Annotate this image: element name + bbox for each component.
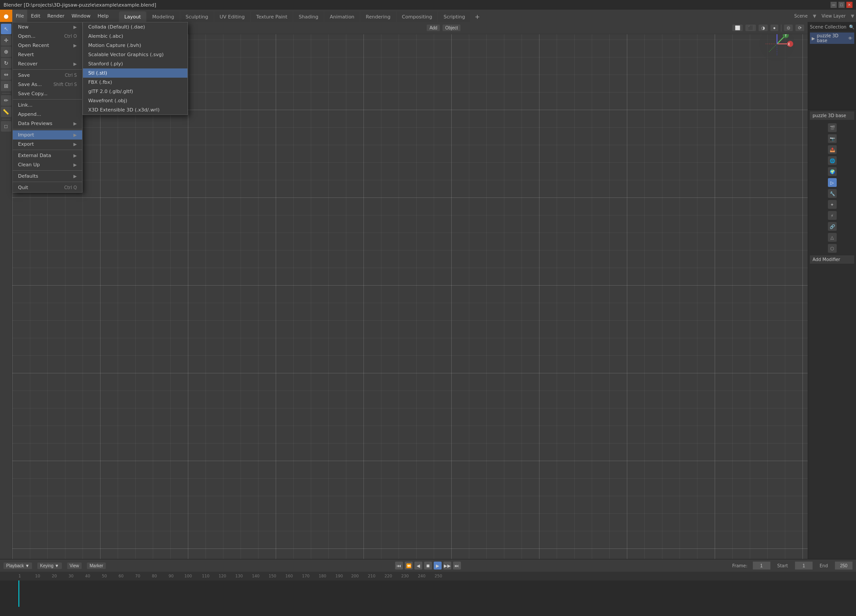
- tab-layout[interactable]: Layout: [119, 11, 146, 22]
- file-open-recent[interactable]: Open Recent ▶: [13, 41, 82, 50]
- prop-data[interactable]: △: [828, 233, 837, 242]
- file-revert[interactable]: Revert: [13, 50, 82, 59]
- import-collada[interactable]: Collada (Default) (.dae): [83, 22, 187, 32]
- menu-window[interactable]: Window: [68, 10, 94, 22]
- file-save[interactable]: Save Ctrl S: [13, 71, 82, 80]
- tab-compositing[interactable]: Compositing: [397, 11, 438, 22]
- prev-keyframe-button[interactable]: ⏪: [405, 562, 413, 569]
- playback-menu[interactable]: Playback ▼: [4, 562, 32, 569]
- file-open[interactable]: Open... Ctrl O: [13, 32, 82, 41]
- viewport-shading-rendered[interactable]: ●: [770, 25, 778, 31]
- select-tool[interactable]: ↖: [1, 24, 11, 34]
- end-frame-input[interactable]: [835, 562, 852, 569]
- outliner-visibility-icon[interactable]: 👁: [848, 36, 852, 41]
- file-cleanup-arrow: ▶: [73, 162, 77, 167]
- play-button[interactable]: ▶: [434, 562, 442, 569]
- tab-animation[interactable]: Animation: [324, 11, 360, 22]
- current-frame-input[interactable]: [753, 562, 770, 569]
- tab-rendering[interactable]: Rendering: [360, 11, 396, 22]
- import-fbx[interactable]: FBX (.fbx): [83, 78, 187, 87]
- measure-tool[interactable]: 📏: [1, 107, 11, 117]
- marker-menu[interactable]: Marker: [87, 562, 106, 569]
- stop-button[interactable]: ⏹: [424, 562, 432, 569]
- transform-tool[interactable]: ⊞: [1, 81, 11, 91]
- window-controls[interactable]: ─ □ ✕: [831, 2, 852, 8]
- import-gltf[interactable]: glTF 2.0 (.glb/.gltf): [83, 87, 187, 96]
- tab-modeling[interactable]: Modeling: [147, 11, 180, 22]
- prop-physics[interactable]: ⚡: [828, 211, 837, 220]
- viewport-shading-solid[interactable]: ⬛: [745, 25, 756, 31]
- file-save-copy[interactable]: Save Copy...: [13, 89, 82, 98]
- file-link[interactable]: Link...: [13, 100, 82, 110]
- tab-uv-editing[interactable]: UV Editing: [214, 11, 250, 22]
- tab-shading[interactable]: Shading: [294, 11, 324, 22]
- file-new[interactable]: New ▶: [13, 22, 82, 32]
- file-external-data[interactable]: External Data ▶: [13, 151, 82, 160]
- scale-tool[interactable]: ⇔: [1, 69, 11, 80]
- rotate-tool[interactable]: ↻: [1, 58, 11, 68]
- menu-help[interactable]: Help: [94, 10, 112, 22]
- tab-scripting[interactable]: Scripting: [438, 11, 470, 22]
- add-cube-tool[interactable]: □: [1, 121, 11, 132]
- frame-num-180: 180: [319, 574, 326, 578]
- import-alembic[interactable]: Alembic (.abc): [83, 32, 187, 41]
- prop-material[interactable]: ⬡: [828, 244, 837, 253]
- move-tool[interactable]: ⊕: [1, 47, 11, 57]
- close-button[interactable]: ✕: [846, 2, 852, 8]
- prop-object[interactable]: ▷: [828, 178, 837, 187]
- prop-output[interactable]: 📤: [828, 145, 837, 154]
- file-save-as[interactable]: Save As... Shift Ctrl S: [13, 80, 82, 89]
- prop-modifiers[interactable]: 🔧: [828, 189, 837, 198]
- import-x3d[interactable]: X3D Extensible 3D (.x3d/.wrl): [83, 105, 187, 115]
- cursor-tool[interactable]: ✛: [1, 35, 11, 46]
- menu-edit[interactable]: Edit: [27, 10, 43, 22]
- file-export[interactable]: Export ▶: [13, 140, 82, 149]
- file-quit-label: Quit: [18, 185, 28, 190]
- maximize-button[interactable]: □: [838, 2, 845, 8]
- keying-menu[interactable]: Keying ▼: [37, 562, 61, 569]
- tab-texture-paint[interactable]: Texture Paint: [251, 11, 293, 22]
- prop-constraints[interactable]: 🔗: [828, 222, 837, 231]
- file-open-recent-arrow: ▶: [73, 43, 77, 48]
- file-defaults[interactable]: Defaults ▶: [13, 172, 82, 181]
- import-stanford[interactable]: Stanford (.ply): [83, 59, 187, 68]
- import-stl[interactable]: Stl (.stl): [83, 68, 187, 78]
- start-frame-input[interactable]: [795, 562, 813, 569]
- overlay-btn[interactable]: ⊙: [784, 25, 793, 31]
- step-back-button[interactable]: ◀: [414, 562, 422, 569]
- prop-view-layer[interactable]: 🌐: [828, 156, 837, 165]
- file-append[interactable]: Append...: [13, 110, 82, 119]
- outliner-item-collection[interactable]: ▶ puzzle 3D base 👁: [810, 32, 854, 44]
- add-workspace-button[interactable]: +: [471, 11, 483, 22]
- file-recover[interactable]: Recover ▶: [13, 59, 82, 68]
- object-btn[interactable]: Object: [442, 25, 460, 31]
- gizmo-btn[interactable]: ⟳: [795, 25, 804, 31]
- minimize-button[interactable]: ─: [831, 2, 837, 8]
- jump-end-button[interactable]: ⏭: [453, 562, 461, 569]
- viewport-shading-lpe[interactable]: ◑: [759, 25, 768, 31]
- add-modifier-label[interactable]: Add Modifier: [810, 255, 854, 264]
- file-import[interactable]: Import ▶: [13, 130, 82, 140]
- viewport-shading-wire[interactable]: ⬜: [732, 25, 743, 31]
- add-btn[interactable]: Add: [427, 25, 440, 31]
- view-menu[interactable]: View: [67, 562, 82, 569]
- timeline-content[interactable]: [0, 580, 856, 607]
- import-obj[interactable]: Wavefront (.obj): [83, 96, 187, 105]
- file-cleanup[interactable]: Clean Up ▶: [13, 160, 82, 169]
- menu-file[interactable]: File: [12, 10, 27, 22]
- import-svg[interactable]: Scalable Vector Graphics (.svg): [83, 50, 187, 59]
- prop-scene-props[interactable]: 🌍: [828, 167, 837, 176]
- jump-start-button[interactable]: ⏮: [395, 562, 403, 569]
- prop-scene[interactable]: 🎬: [828, 123, 837, 132]
- menu-render[interactable]: Render: [44, 10, 68, 22]
- prop-particles[interactable]: ✦: [828, 200, 837, 209]
- file-defaults-arrow: ▶: [73, 174, 77, 179]
- outliner-filter-icon[interactable]: 🔍: [849, 25, 854, 29]
- file-data-previews[interactable]: Data Previews ▶: [13, 119, 82, 128]
- prop-render[interactable]: 📷: [828, 134, 837, 143]
- annotate-tool[interactable]: ✏: [1, 95, 11, 106]
- tab-sculpting[interactable]: Sculpting: [180, 11, 213, 22]
- import-motion-capture[interactable]: Motion Capture (.bvh): [83, 41, 187, 50]
- next-keyframe-button[interactable]: ▶▶: [443, 562, 451, 569]
- file-quit[interactable]: Quit Ctrl Q: [13, 183, 82, 192]
